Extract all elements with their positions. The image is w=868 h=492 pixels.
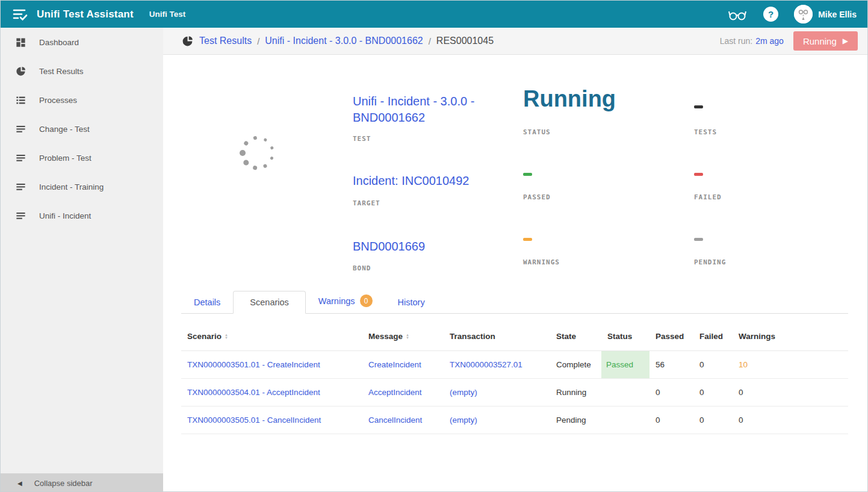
app-subtitle: Unifi Test <box>149 10 186 19</box>
glasses-icon[interactable] <box>727 7 748 22</box>
failed-dash-icon <box>694 173 703 176</box>
sort-icon[interactable]: ▲▼ <box>225 334 228 340</box>
scenario-link[interactable]: TXN0000003504.01 - AcceptIncident <box>181 379 362 406</box>
bond-link[interactable]: BND0001669 <box>353 238 494 255</box>
app-title: Unifi Test Assistant <box>37 8 134 20</box>
target-link[interactable]: Incident: INC0010492 <box>353 173 494 189</box>
scenarios-table: Scenario▲▼ Message▲▼ Transaction State S… <box>181 321 848 434</box>
message-link[interactable]: CreateIncident <box>362 351 444 379</box>
test-label: TEST <box>353 135 371 143</box>
pending-dash-icon <box>694 238 703 241</box>
collapse-arrow-icon: ◀ <box>17 480 22 487</box>
run-button-label: Running <box>803 36 837 46</box>
main-content: Test Results / Unifi - Incident - 3.0.0 … <box>163 28 867 492</box>
top-bar: Unifi Test Assistant Unifi Test ? Mi <box>1 1 867 28</box>
collapse-sidebar-button[interactable]: ◀ Collapse sidebar <box>1 473 163 492</box>
sidebar: Dashboard Test Results Processes Change … <box>1 28 163 492</box>
sidebar-item-change-test[interactable]: Change - Test <box>1 114 163 143</box>
failed-label: FAILED <box>694 193 722 201</box>
last-run-value[interactable]: 2m ago <box>755 36 784 46</box>
state-cell: Running <box>550 379 601 406</box>
scenario-link[interactable]: TXN0000003505.01 - CancelIncident <box>181 406 362 434</box>
column-header-transaction[interactable]: Transaction <box>444 321 550 351</box>
sidebar-item-label: Unifi - Incident <box>39 211 91 220</box>
transaction-link[interactable]: TXN0000003527.01 <box>444 351 550 379</box>
sidebar-item-label: Incident - Training <box>39 182 104 192</box>
message-link[interactable]: CancelIncident <box>362 406 444 434</box>
transaction-link[interactable]: (empty) <box>444 379 550 406</box>
list-icon <box>15 95 26 106</box>
column-header-failed[interactable]: Failed <box>693 321 733 351</box>
menu-check-icon[interactable] <box>13 8 28 21</box>
column-header-warnings[interactable]: Warnings <box>733 321 848 351</box>
breadcrumb-current: RES0001045 <box>436 36 494 46</box>
column-header-scenario[interactable]: Scenario▲▼ <box>181 321 362 351</box>
failed-cell: 0 <box>693 379 733 406</box>
breadcrumb-bar: Test Results / Unifi - Incident - 3.0.0 … <box>163 28 867 55</box>
sidebar-item-test-results[interactable]: Test Results <box>1 57 163 86</box>
transaction-link[interactable]: (empty) <box>444 406 550 434</box>
run-button[interactable]: Running ▶ <box>793 31 858 51</box>
status-badge <box>601 379 649 406</box>
avatar[interactable] <box>794 5 813 23</box>
last-run-label: Last run: <box>720 36 752 46</box>
sidebar-item-unifi-incident[interactable]: Unifi - Incident <box>1 201 163 230</box>
column-header-status[interactable]: Status <box>601 321 649 351</box>
help-icon[interactable]: ? <box>763 7 778 22</box>
state-cell: Pending <box>550 406 601 434</box>
breadcrumb-separator: / <box>429 36 431 46</box>
play-icon: ▶ <box>843 37 848 45</box>
bond-label: BOND <box>353 264 371 272</box>
lines-icon <box>15 181 26 193</box>
tab-scenarios[interactable]: Scenarios <box>233 291 305 314</box>
warnings-label: WARNINGS <box>523 258 560 266</box>
status-value: Running <box>523 86 616 112</box>
table-header-row: Scenario▲▼ Message▲▼ Transaction State S… <box>181 321 848 351</box>
scenario-link[interactable]: TXN0000003501.01 - CreateIncident <box>181 351 362 379</box>
warnings-cell: 10 <box>733 351 848 379</box>
breadcrumb-link-test-results[interactable]: Test Results <box>199 36 252 46</box>
passed-cell: 0 <box>649 406 693 434</box>
column-header-message[interactable]: Message▲▼ <box>362 321 444 351</box>
breadcrumb-separator: / <box>257 36 259 46</box>
table-row: TXN0000003501.01 - CreateIncident Create… <box>181 351 848 379</box>
tab-warnings[interactable]: Warnings 0 <box>306 288 385 313</box>
tab-label: Details <box>194 297 220 307</box>
state-cell: Complete <box>550 351 601 379</box>
sidebar-item-processes[interactable]: Processes <box>1 86 163 114</box>
passed-label: PASSED <box>523 193 551 201</box>
passed-cell: 0 <box>649 379 693 406</box>
column-header-passed[interactable]: Passed <box>649 321 693 351</box>
tests-label: TESTS <box>694 128 717 136</box>
table-row: TXN0000003504.01 - AcceptIncident Accept… <box>181 379 848 406</box>
tab-history[interactable]: History <box>385 291 438 313</box>
tab-label: Warnings <box>318 296 355 306</box>
tab-label: Scenarios <box>250 297 288 307</box>
test-link[interactable]: Unifi - Incident - 3.0.0 - BND0001662 <box>353 93 494 126</box>
target-label: TARGET <box>353 199 380 207</box>
failed-cell: 0 <box>693 406 733 434</box>
sort-icon[interactable]: ▲▼ <box>406 334 409 340</box>
passed-dash-icon <box>523 173 532 176</box>
sidebar-item-dashboard[interactable]: Dashboard <box>1 28 163 57</box>
column-header-state[interactable]: State <box>550 321 601 351</box>
status-badge: Passed <box>601 351 649 378</box>
status-cell: Passed <box>601 351 649 379</box>
status-badge <box>601 406 649 434</box>
pending-label: PENDING <box>694 258 726 266</box>
pie-chart-icon <box>15 66 26 77</box>
warnings-dash-icon <box>523 238 532 241</box>
breadcrumb-link-test[interactable]: Unifi - Incident - 3.0.0 - BND0001662 <box>265 36 423 46</box>
collapse-sidebar-label: Collapse sidebar <box>34 479 93 488</box>
sidebar-item-incident-training[interactable]: Incident - Training <box>1 172 163 201</box>
status-cell <box>601 406 649 434</box>
user-name[interactable]: Mike Ellis <box>818 10 857 19</box>
tab-bar: Details Scenarios Warnings 0 History <box>181 290 848 314</box>
sidebar-item-problem-test[interactable]: Problem - Test <box>1 143 163 172</box>
status-cell <box>601 379 649 406</box>
message-link[interactable]: AcceptIncident <box>362 379 444 406</box>
passed-cell: 56 <box>649 351 693 379</box>
lines-icon <box>15 152 26 164</box>
tab-details[interactable]: Details <box>181 291 233 313</box>
sidebar-item-label: Change - Test <box>39 125 90 134</box>
